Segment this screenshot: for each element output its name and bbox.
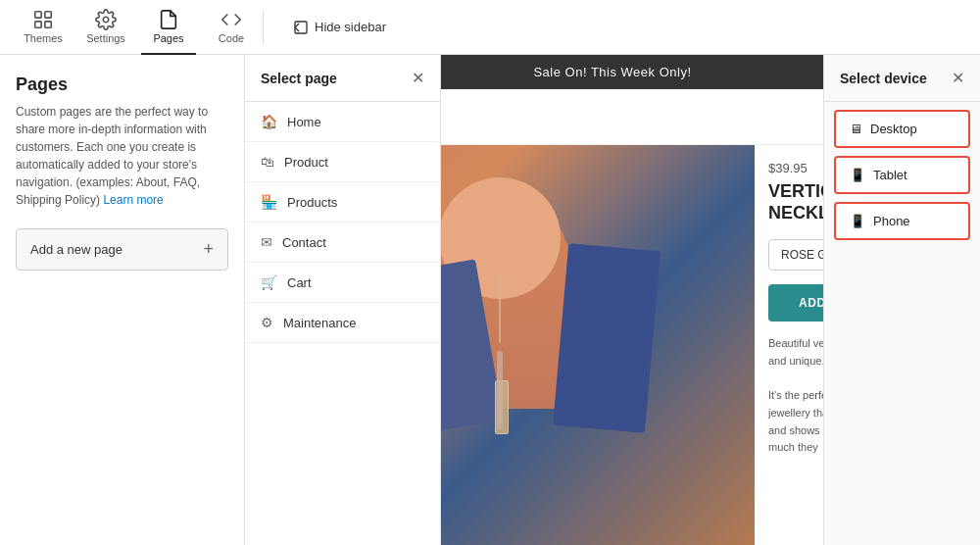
device-option-desktop[interactable]: 🖥 Desktop — [834, 110, 970, 148]
pages-label: Pages — [153, 32, 183, 44]
page-item-products[interactable]: 🏪 Products — [245, 182, 440, 223]
svg-rect-6 — [295, 22, 307, 33]
select-page-close-button[interactable]: ✕ — [412, 69, 424, 87]
add-page-button[interactable]: Add a new page + — [16, 228, 228, 271]
add-icon: + — [203, 239, 214, 260]
page-label-product: Product — [284, 155, 328, 170]
left-sidebar: Pages Custom pages are the perfect way t… — [0, 55, 245, 545]
sidebar-description: Custom pages are the perfect way to shar… — [16, 103, 228, 209]
select-device-header: Select device ✕ — [824, 55, 980, 102]
products-icon: 🏪 — [261, 194, 277, 210]
cart-icon: 🛒 — [261, 274, 277, 290]
hide-sidebar-button[interactable]: Hide sidebar — [283, 14, 396, 41]
product-icon: 🛍 — [261, 154, 274, 170]
page-label-home: Home — [287, 115, 321, 129]
page-label-products: Products — [287, 195, 337, 210]
svg-rect-0 — [35, 11, 41, 17]
svg-rect-3 — [45, 21, 51, 26]
page-item-product[interactable]: 🛍 Product — [245, 142, 440, 182]
code-tool[interactable]: Code — [204, 0, 259, 55]
toolbar-divider — [263, 10, 264, 45]
svg-rect-2 — [35, 21, 41, 26]
contact-icon: ✉ — [261, 234, 272, 250]
desktop-icon: 🖥 — [850, 122, 862, 136]
code-label: Code — [219, 32, 244, 44]
select-page-panel: Select page ✕ 🏠 Home 🛍 Product 🏪 Product… — [245, 55, 441, 545]
phone-label: Phone — [873, 214, 910, 228]
main-area: Pages Custom pages are the perfect way t… — [0, 55, 980, 545]
phone-icon: 📱 — [850, 214, 865, 228]
tablet-label: Tablet — [873, 168, 907, 182]
device-option-phone[interactable]: 📱 Phone — [834, 202, 970, 240]
tablet-icon: 📱 — [850, 168, 865, 182]
page-label-cart: Cart — [287, 275, 312, 290]
announcement-text: Sale On! This Week Only! — [533, 65, 691, 79]
page-item-maintenance[interactable]: ⚙ Maintenance — [245, 303, 440, 343]
page-label-maintenance: Maintenance — [283, 316, 356, 330]
maintenance-icon: ⚙ — [261, 315, 273, 330]
select-device-panel: Select device ✕ 🖥 Desktop 📱 Tablet 📱 Pho… — [823, 55, 980, 545]
desktop-label: Desktop — [870, 122, 917, 136]
select-device-close-button[interactable]: ✕ — [952, 69, 964, 87]
toolbar: Themes Settings Pages Code — [0, 0, 980, 55]
page-label-contact: Contact — [282, 235, 326, 250]
settings-tool[interactable]: Settings — [78, 0, 133, 55]
home-icon: 🏠 — [261, 114, 277, 129]
canvas-wrapper: Sale On! This Week Only! PRODUCTS CONTAC… — [245, 55, 980, 545]
themes-tool[interactable]: Themes — [16, 0, 71, 55]
pages-tool[interactable]: Pages — [141, 0, 196, 55]
add-page-label: Add a new page — [30, 242, 122, 257]
svg-point-4 — [103, 17, 109, 23]
device-option-tablet[interactable]: 📱 Tablet — [834, 156, 970, 194]
page-item-contact[interactable]: ✉ Contact — [245, 223, 440, 263]
settings-label: Settings — [86, 32, 125, 44]
page-item-cart[interactable]: 🛒 Cart — [245, 263, 440, 303]
svg-rect-1 — [45, 11, 51, 17]
select-page-header: Select page ✕ — [245, 55, 440, 102]
learn-more-link[interactable]: Learn more — [103, 193, 163, 207]
toolbar-tools: Themes Settings Pages Code — [16, 0, 259, 55]
page-item-home[interactable]: 🏠 Home — [245, 102, 440, 142]
select-device-title: Select device — [840, 71, 927, 86]
themes-label: Themes — [24, 32, 63, 44]
hide-sidebar-label: Hide sidebar — [315, 20, 386, 34]
select-page-title: Select page — [261, 71, 337, 86]
sidebar-title: Pages — [16, 74, 228, 95]
